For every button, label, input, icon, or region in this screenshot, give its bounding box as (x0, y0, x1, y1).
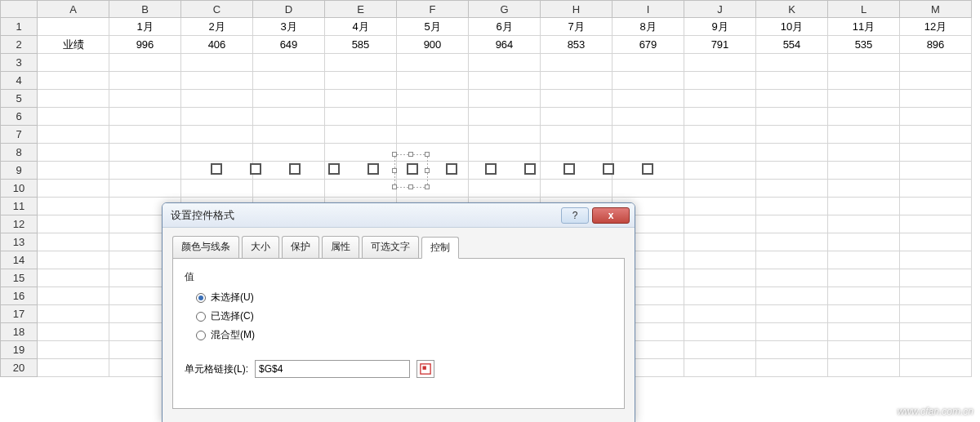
cell[interactable] (756, 54, 828, 72)
row-header[interactable]: 8 (0, 144, 38, 162)
cell[interactable] (38, 341, 109, 359)
cell[interactable] (756, 162, 828, 180)
cell[interactable] (109, 162, 181, 180)
tab-color-line[interactable]: 颜色与线条 (172, 236, 239, 258)
cell[interactable] (38, 359, 109, 377)
cell[interactable] (684, 144, 756, 162)
cell[interactable] (756, 198, 828, 215)
col-header[interactable]: I (612, 0, 684, 18)
cell[interactable] (612, 180, 684, 198)
row-header[interactable]: 19 (0, 341, 38, 359)
cell[interactable]: 406 (181, 36, 253, 54)
tab-alt-text[interactable]: 可选文字 (362, 236, 419, 258)
cell[interactable] (612, 54, 684, 72)
cell[interactable] (684, 359, 756, 377)
row-header[interactable]: 7 (0, 126, 38, 144)
cell[interactable] (828, 215, 900, 233)
cell[interactable] (828, 180, 900, 198)
cell[interactable] (38, 108, 109, 126)
row-header[interactable]: 11 (0, 198, 38, 215)
cell[interactable] (397, 90, 469, 108)
cell[interactable] (253, 72, 325, 90)
cell[interactable]: 1月 (109, 18, 181, 36)
cell[interactable] (325, 72, 397, 90)
cell[interactable]: 2月 (181, 18, 253, 36)
cell[interactable] (109, 144, 181, 162)
cell[interactable] (325, 144, 397, 162)
cell[interactable] (38, 72, 109, 90)
cell[interactable] (684, 251, 756, 269)
cell[interactable]: 896 (900, 36, 972, 54)
cell[interactable] (38, 54, 109, 72)
row-header[interactable]: 1 (0, 18, 38, 36)
cell[interactable] (828, 90, 900, 108)
cell[interactable] (756, 72, 828, 90)
cell[interactable]: 900 (397, 36, 469, 54)
checkbox-control[interactable] (250, 163, 261, 175)
radio-selected[interactable]: 已选择(C) (196, 309, 612, 323)
checkbox-control[interactable] (564, 163, 575, 175)
cell[interactable] (38, 198, 109, 215)
cell[interactable]: 791 (684, 36, 756, 54)
cell[interactable] (900, 72, 972, 90)
cell[interactable]: 10月 (756, 18, 828, 36)
cell[interactable] (38, 18, 109, 36)
cell[interactable] (397, 126, 469, 144)
cell[interactable]: 679 (612, 36, 684, 54)
row-header[interactable]: 13 (0, 233, 38, 251)
radio-mixed[interactable]: 混合型(M) (196, 328, 612, 342)
cell[interactable] (38, 144, 109, 162)
row-header[interactable]: 12 (0, 215, 38, 233)
cell[interactable] (469, 144, 541, 162)
cell[interactable]: 8月 (612, 18, 684, 36)
cell[interactable] (900, 198, 972, 215)
row-header[interactable]: 3 (0, 54, 38, 72)
cell[interactable] (684, 269, 756, 287)
cell[interactable] (756, 90, 828, 108)
cell[interactable] (828, 108, 900, 126)
cell[interactable] (612, 126, 684, 144)
cell[interactable] (397, 108, 469, 126)
tab-size[interactable]: 大小 (242, 236, 279, 258)
cell[interactable] (828, 323, 900, 341)
cell[interactable] (900, 215, 972, 233)
col-header[interactable]: J (684, 0, 756, 18)
row-header[interactable]: 5 (0, 90, 38, 108)
cell[interactable] (828, 251, 900, 269)
cell-link-input[interactable] (255, 360, 410, 378)
cell[interactable]: 535 (828, 36, 900, 54)
cell[interactable] (181, 72, 253, 90)
cell[interactable]: 554 (756, 36, 828, 54)
cell[interactable] (900, 162, 972, 180)
cell[interactable] (541, 180, 612, 198)
cell[interactable] (612, 90, 684, 108)
checkbox-control[interactable] (642, 163, 653, 175)
cell[interactable] (397, 54, 469, 72)
cell[interactable] (541, 126, 612, 144)
col-header[interactable]: L (828, 0, 900, 18)
col-header[interactable]: D (253, 0, 325, 18)
cell[interactable] (684, 90, 756, 108)
cell[interactable] (756, 323, 828, 341)
cell[interactable] (900, 251, 972, 269)
cell[interactable] (253, 108, 325, 126)
cell[interactable] (828, 287, 900, 305)
cell[interactable] (109, 126, 181, 144)
cell[interactable]: 649 (253, 36, 325, 54)
radio-unselected[interactable]: 未选择(U) (196, 291, 612, 304)
cell[interactable] (469, 126, 541, 144)
cell[interactable] (828, 269, 900, 287)
cell[interactable] (900, 54, 972, 72)
cell[interactable] (684, 287, 756, 305)
row-header[interactable]: 18 (0, 323, 38, 341)
cell[interactable] (541, 54, 612, 72)
tab-protect[interactable]: 保护 (282, 236, 319, 258)
cell[interactable] (828, 233, 900, 251)
cell[interactable] (253, 54, 325, 72)
cell[interactable] (181, 144, 253, 162)
cell[interactable] (828, 72, 900, 90)
cell[interactable] (900, 269, 972, 287)
cell[interactable] (828, 162, 900, 180)
cell[interactable] (38, 126, 109, 144)
cell[interactable] (684, 198, 756, 215)
